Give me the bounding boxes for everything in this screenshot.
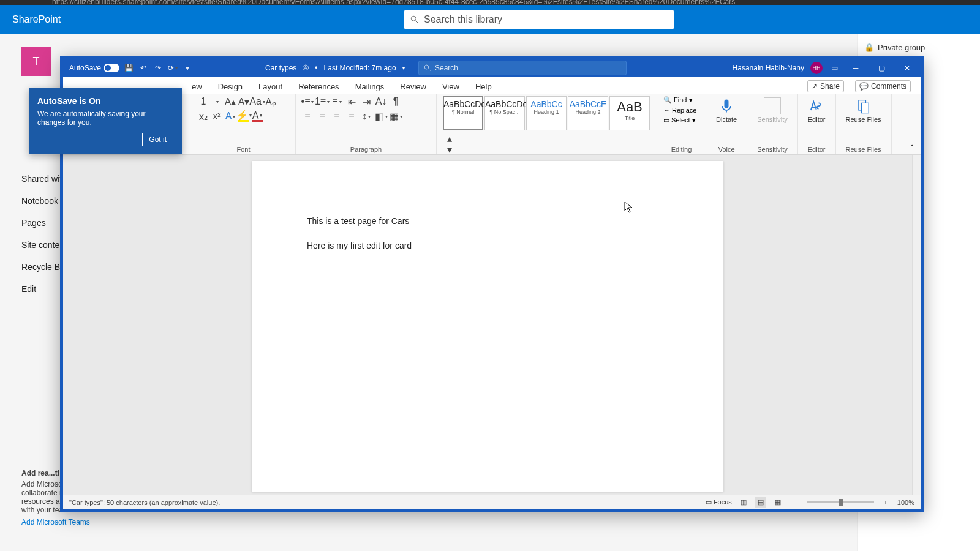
font-group-label: Font — [198, 146, 289, 153]
text-effects-icon[interactable]: A — [225, 111, 236, 122]
word-search[interactable]: Search — [418, 61, 627, 75]
svg-line-3 — [429, 69, 431, 71]
maximize-button[interactable]: ▢ — [872, 61, 891, 75]
status-left: "Car types": 50 characters (an approxima… — [69, 499, 220, 506]
callout-gotit-button[interactable]: Got it — [142, 133, 173, 146]
sort-icon[interactable]: A↓ — [375, 96, 386, 107]
last-modified[interactable]: Last Modified: 7m ago — [324, 64, 396, 72]
justify-icon[interactable]: ≡ — [346, 111, 357, 122]
autosave-toggle[interactable] — [104, 64, 119, 72]
reuse-files-icon — [855, 97, 872, 114]
zoom-out-icon[interactable]: − — [790, 497, 801, 508]
align-right-icon[interactable]: ≡ — [331, 111, 342, 122]
tab-review[interactable]: Review — [400, 80, 426, 94]
superscript-icon[interactable]: x² — [211, 111, 222, 122]
word-window: AutoSave 💾 ↶ ↷ ⟳ ▾ Car types Ⓐ • Last Mo… — [60, 56, 924, 512]
find-button[interactable]: 🔍 Find ▾ — [663, 96, 693, 104]
lock-icon: 🔒 — [864, 43, 874, 52]
styles-row-up-icon[interactable]: ▴ — [444, 133, 455, 144]
redo-icon[interactable]: ↷ — [153, 62, 164, 73]
accessibility-icon[interactable]: Ⓐ — [303, 64, 309, 72]
sensitivity-group-label: Sensitivity — [753, 146, 791, 153]
tab-mailings[interactable]: Mailings — [355, 80, 385, 94]
qat-customize-icon[interactable]: ▾ — [182, 62, 193, 73]
zoom-in-icon[interactable]: + — [880, 497, 891, 508]
subscript-icon[interactable]: x₂ — [198, 111, 209, 122]
zoom-slider[interactable] — [807, 501, 874, 503]
multilevel-icon[interactable]: ≡ — [331, 96, 342, 107]
editor-icon — [808, 97, 825, 114]
focus-button[interactable]: ▭ Focus — [706, 498, 732, 506]
font-size-dropdown[interactable] — [211, 96, 222, 107]
shading-icon[interactable]: ◧ — [375, 111, 386, 122]
show-marks-icon[interactable]: ¶ — [390, 96, 401, 107]
dictate-button[interactable]: Dictate — [712, 96, 741, 124]
document-surface[interactable]: This is a test page for Cars Here is my … — [63, 155, 912, 495]
vertical-scrollbar[interactable] — [912, 155, 921, 495]
ribbon: 1 A▴ A▾ Aa Aᵩ x₂ x² A ⚡ A Font — [63, 94, 921, 155]
sync-icon[interactable]: ⟳ — [167, 62, 178, 73]
zoom-value[interactable]: 100% — [897, 499, 914, 506]
style-heading1[interactable]: AaBbCcHeading 1 — [526, 96, 567, 130]
share-button[interactable]: ↗Share — [807, 80, 844, 92]
doc-paragraph-1[interactable]: This is a test page for Cars — [307, 216, 668, 226]
web-layout-icon[interactable]: ▦ — [772, 497, 783, 508]
close-button[interactable]: ✕ — [897, 61, 917, 75]
tab-references[interactable]: References — [298, 80, 339, 94]
site-badge[interactable]: T — [21, 47, 51, 76]
collapse-ribbon-icon[interactable]: ⌃ — [910, 144, 914, 151]
sharepoint-search[interactable]: Search this library — [404, 10, 674, 29]
reuse-files-button[interactable]: Reuse Files — [842, 96, 885, 124]
read-mode-icon[interactable]: ▥ — [738, 497, 749, 508]
add-teams-link[interactable]: Add Microsoft Teams — [21, 518, 126, 527]
increase-indent-icon[interactable]: ⇥ — [361, 96, 372, 107]
line-spacing-icon[interactable]: ↕ — [361, 111, 372, 122]
font-size-box[interactable]: 1 — [198, 96, 209, 107]
bullets-icon[interactable]: •≡ — [302, 96, 313, 107]
status-bar: "Car types": 50 characters (an approxima… — [63, 495, 921, 509]
replace-button[interactable]: ↔ Replace — [663, 107, 696, 114]
style-no-spacing[interactable]: AaBbCcDc¶ No Spac... — [484, 96, 525, 130]
grow-font-icon[interactable]: A▴ — [225, 96, 236, 107]
undo-icon[interactable]: ↶ — [138, 62, 149, 73]
minimize-button[interactable]: ─ — [846, 61, 865, 75]
editor-button[interactable]: Editor — [804, 96, 829, 124]
styles-gallery[interactable]: AaBbCcDc¶ Normal AaBbCcDc¶ No Spac... Aa… — [443, 96, 650, 130]
clear-format-icon[interactable]: Aᵩ — [265, 96, 276, 107]
align-left-icon[interactable]: ≡ — [302, 111, 313, 122]
style-normal[interactable]: AaBbCcDc¶ Normal — [443, 96, 483, 130]
svg-point-2 — [424, 65, 429, 69]
style-heading2[interactable]: AaBbCcEHeading 2 — [568, 96, 608, 130]
styles-row-down-icon[interactable]: ▾ — [444, 144, 455, 155]
borders-icon[interactable]: ▦ — [390, 111, 401, 122]
style-title[interactable]: AaBTitle — [609, 96, 650, 130]
autosave-label: AutoSave — [69, 64, 101, 72]
editing-group-label: Editing — [663, 146, 699, 153]
tab-view[interactable]: View — [442, 80, 459, 94]
doc-paragraph-2[interactable]: Here is my first edit for card — [307, 241, 668, 250]
tab-draw-partial[interactable]: ew — [192, 80, 202, 94]
tab-help[interactable]: Help — [475, 80, 492, 94]
ribbon-tabs: ew Design Layout References Mailings Rev… — [63, 77, 921, 94]
save-icon[interactable]: 💾 — [123, 62, 134, 73]
select-button[interactable]: ▭ Select ▾ — [663, 116, 696, 124]
decrease-indent-icon[interactable]: ⇤ — [346, 96, 357, 107]
ribbon-display-icon[interactable]: ▭ — [829, 62, 840, 73]
svg-rect-4 — [725, 100, 729, 108]
change-case-icon[interactable]: Aa — [252, 96, 263, 107]
tab-design[interactable]: Design — [218, 80, 243, 94]
align-center-icon[interactable]: ≡ — [317, 111, 328, 122]
user-name: Hasanain Habib-Nany — [733, 64, 804, 72]
numbering-icon[interactable]: 1≡ — [317, 96, 328, 107]
svg-rect-6 — [861, 103, 869, 113]
autosave-callout: AutoSave is On We are automatically savi… — [29, 88, 182, 154]
document-page[interactable]: This is a test page for Cars Here is my … — [252, 161, 723, 492]
print-layout-icon[interactable]: ▤ — [755, 497, 766, 508]
user-avatar[interactable]: HH — [810, 62, 823, 74]
font-color-icon[interactable]: A — [252, 111, 263, 122]
comments-button[interactable]: 💬Comments — [855, 80, 911, 92]
search-icon — [410, 15, 419, 24]
highlight-icon[interactable]: ⚡ — [238, 111, 249, 122]
tab-layout[interactable]: Layout — [258, 80, 282, 94]
shrink-font-icon[interactable]: A▾ — [238, 96, 249, 107]
